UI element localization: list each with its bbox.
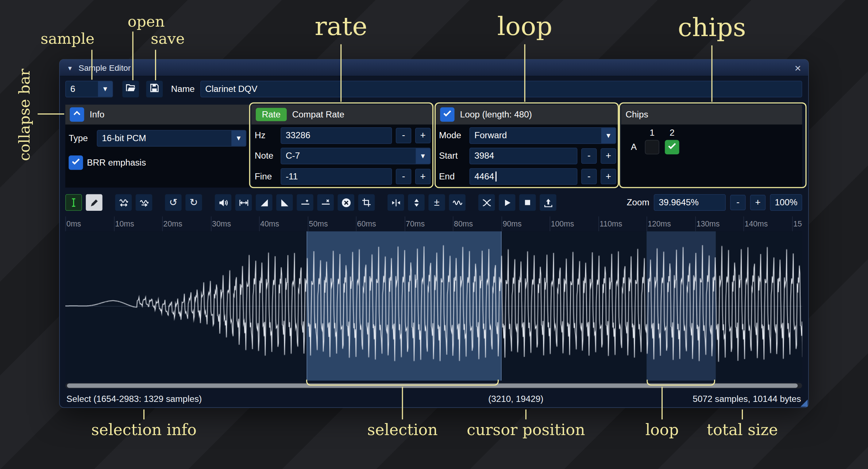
loop-start-decrement-button[interactable]: -: [581, 148, 597, 164]
chevron-down-icon[interactable]: ▼: [231, 131, 246, 146]
zoom-input[interactable]: 39.9645%: [654, 194, 726, 211]
hz-increment-button[interactable]: +: [415, 128, 431, 143]
chevron-up-icon: [72, 108, 82, 120]
type-select[interactable]: 16-bit PCM ▼: [97, 130, 247, 147]
loop-end-label: End: [439, 171, 466, 181]
chips-panel-body: 1 2 A: [621, 124, 802, 187]
draw-mode-button[interactable]: [86, 194, 103, 211]
hz-input[interactable]: 33286: [281, 127, 392, 144]
undo-button[interactable]: ↺: [165, 194, 182, 211]
sign-invert-button[interactable]: ±: [428, 194, 445, 211]
loop-end-decrement-button[interactable]: -: [581, 168, 597, 184]
window-collapse-icon[interactable]: ▼: [67, 65, 73, 71]
name-input[interactable]: Clarinet DQV: [200, 81, 802, 98]
chevron-down-icon[interactable]: ▼: [98, 81, 112, 97]
stop-preview-button[interactable]: [519, 194, 536, 211]
loop-start-increment-button[interactable]: +: [601, 148, 616, 164]
amplify-button[interactable]: [215, 194, 232, 211]
redo-button[interactable]: ↻: [185, 194, 202, 211]
chips-panel-header: Chips: [621, 105, 802, 125]
ruler-label: 100ms: [551, 219, 574, 228]
zoom-in-button[interactable]: +: [750, 195, 765, 210]
info-panel-title: Info: [90, 109, 104, 119]
chevron-down-icon[interactable]: ▼: [601, 128, 616, 143]
loop-mode-select[interactable]: Forward ▼: [470, 127, 616, 144]
ruler-label: 70ms: [406, 219, 425, 228]
annotation-open-label: open: [85, 13, 207, 30]
brr-emphasis-checkbox[interactable]: [69, 155, 83, 170]
save-button[interactable]: [146, 81, 163, 98]
rate-panel-header: Rate Compat Rate: [251, 105, 434, 125]
waveform-view[interactable]: [65, 231, 802, 381]
type-select-value: 16-bit PCM: [102, 133, 146, 143]
desktop-background: ▼ Sample Editor × 6 ▼: [0, 0, 868, 469]
pencil-icon: [89, 198, 99, 207]
hz-decrement-button[interactable]: -: [396, 128, 411, 143]
ruler-label: 110ms: [599, 219, 622, 228]
collapse-bar-button[interactable]: [70, 107, 84, 121]
loop-enable-checkbox[interactable]: [440, 107, 454, 121]
upload-button[interactable]: [540, 194, 556, 211]
time-ruler[interactable]: 0ms 10ms 20ms 30ms 40ms 50ms 60ms 70ms 8…: [65, 216, 802, 231]
zoom-reset-button[interactable]: 100%: [770, 194, 802, 211]
note-label: Note: [255, 151, 277, 161]
silence-icon: [320, 197, 331, 208]
loop-end-increment-button[interactable]: +: [601, 168, 616, 184]
loop-mode-value: Forward: [474, 131, 507, 141]
titlebar[interactable]: ▼ Sample Editor ×: [60, 60, 808, 77]
annotation-loop-marker-label: loop: [601, 420, 723, 439]
loop-end-input[interactable]: 4464: [470, 168, 578, 185]
fine-decrement-button[interactable]: -: [396, 168, 411, 184]
annotation-selection-info-line: [143, 410, 144, 419]
filter-button[interactable]: [449, 194, 466, 211]
rate-button[interactable]: Rate: [256, 108, 287, 121]
fade-in-icon: [259, 198, 269, 207]
waveform-canvas[interactable]: [65, 231, 802, 381]
invert-button[interactable]: [408, 194, 425, 211]
note-select[interactable]: C-7 ▼: [281, 148, 431, 164]
info-panel: Info Type 16-bit PCM ▼: [65, 105, 250, 188]
type-label: Type: [69, 133, 93, 143]
ruler-label: 90ms: [503, 219, 522, 228]
trim-button[interactable]: [358, 194, 375, 211]
loop-panel-header: Loop (length: 480): [436, 105, 620, 125]
apply-silence-button[interactable]: [317, 194, 334, 211]
panels-row: Info Type 16-bit PCM ▼: [65, 105, 802, 188]
fine-increment-button[interactable]: +: [415, 168, 431, 184]
ruler-label: 30ms: [212, 219, 231, 228]
preview-button[interactable]: [499, 194, 516, 211]
delete-button[interactable]: [338, 194, 355, 211]
horizontal-scrollbar[interactable]: [65, 383, 802, 388]
chip-2-checkbox[interactable]: [665, 140, 679, 154]
chip-1-checkbox[interactable]: [645, 140, 659, 154]
resize-grip[interactable]: [801, 399, 808, 407]
fade-out-button[interactable]: [276, 194, 293, 211]
chevron-down-icon[interactable]: ▼: [416, 148, 430, 164]
select-mode-button[interactable]: [65, 194, 82, 211]
fade-in-button[interactable]: [256, 194, 273, 211]
loop-start-input[interactable]: 3984: [470, 148, 578, 164]
close-icon[interactable]: ×: [795, 62, 801, 73]
annotation-selection-info-label: selection info: [83, 420, 205, 439]
total-size-text: 5072 samples, 10144 bytes: [693, 394, 801, 404]
zoom-out-button[interactable]: -: [730, 195, 745, 210]
annotation-rate-label: rate: [280, 11, 402, 41]
name-label: Name: [171, 84, 195, 94]
brr-emphasis-label: BRR emphasis: [87, 158, 146, 167]
insert-silence-button[interactable]: [297, 194, 313, 211]
fine-input[interactable]: -11: [281, 168, 392, 185]
resize-button[interactable]: [115, 194, 132, 211]
check-icon: [71, 156, 81, 168]
text-caret: [495, 171, 496, 181]
annotation-save-label: save: [107, 30, 229, 47]
scrollbar-thumb[interactable]: [67, 383, 798, 388]
normalize-button[interactable]: [235, 194, 252, 211]
crossfade-button[interactable]: [478, 194, 495, 211]
sample-select[interactable]: 6 ▼: [65, 81, 113, 98]
fade-out-icon: [280, 198, 289, 207]
ruler-label: 130ms: [697, 219, 720, 228]
resample-button[interactable]: [136, 194, 153, 211]
reverse-button[interactable]: [387, 194, 404, 211]
open-button[interactable]: [122, 81, 139, 98]
ruler-label: 0ms: [66, 219, 81, 228]
